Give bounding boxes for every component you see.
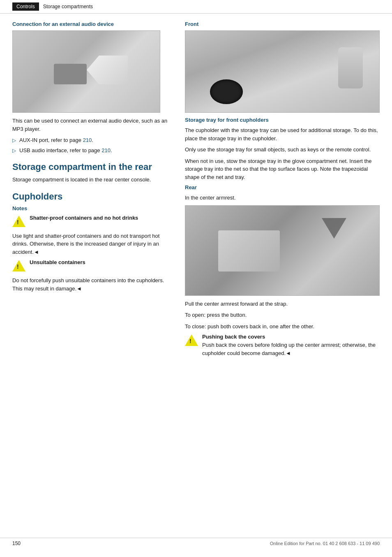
front-heading: Front [185,21,380,27]
storage-tray-body1: The cupholder with the storage tray can … [185,126,380,142]
warning-icon-2 [12,259,25,272]
storage-body: Storage compartment is located in the re… [12,176,173,184]
left-column: Connection for an external audio device … [12,21,173,361]
connection-body: This can be used to connect an external … [12,117,173,133]
storage-tray-heading: Storage tray for front cupholders [185,117,380,123]
bullet-usb-text: USB audio interface, refer to page 210. [19,146,112,155]
bullet1-link[interactable]: 210 [83,137,92,143]
right-column: Front Storage tray for front cupholders … [185,21,380,361]
warning1-title: Shatter-proof containers and no hot drin… [30,215,138,221]
header-controls-label: Controls [12,2,39,11]
bullet2-link[interactable]: 210 [101,147,111,153]
bullet-arrow-2: ▷ [12,147,16,154]
warning1-body: Use light and shatter-proof containers a… [12,232,173,256]
warning2-content: Unsuitable containers [30,259,85,267]
warning2-title: Unsuitable containers [30,259,85,265]
warning-box-2: Unsuitable containers [12,259,173,272]
page-number: 150 [12,541,21,546]
cupholders-heading: Cupholders [12,191,173,202]
warning-triangle-1 [12,216,25,227]
main-content: Connection for an external audio device … [0,14,392,369]
warning3-content: Pushing back the covers Push back the co… [202,334,380,357]
storage-tray-body3: When not in use, stow the storage tray i… [185,157,380,181]
bullet-arrow-1: ▷ [12,137,16,144]
rear-heading: Rear [185,184,380,190]
warning-triangle-3 [185,334,198,346]
warning3-title: Pushing back the covers [202,334,380,340]
footer-text: Online Edition for Part no. 01 40 2 608 … [270,541,380,546]
notes-heading: Notes [12,205,173,211]
header-section-label: Storage compartments [39,2,97,11]
warning-box-3: Pushing back the covers Push back the co… [185,334,380,357]
bullet-aux: ▷ AUX-IN port, refer to page 210. [12,136,173,144]
header: Controls Storage compartments [0,0,392,14]
front-cupholder-image [185,30,380,113]
bullet-usb: ▷ USB audio interface, refer to page 210… [12,146,173,155]
storage-heading: Storage compartment in the rear [12,162,173,172]
warning-triangle-2 [12,260,25,272]
warning3-body: Push back the covers before folding up t… [202,341,380,357]
rear-body3: To open: press the button. [185,311,380,319]
footer: 150 Online Edition for Part no. 01 40 2 … [0,538,392,549]
page: Controls Storage compartments Connection… [0,0,392,557]
warning-box-1: Shatter-proof containers and no hot drin… [12,215,173,228]
warning-icon-1 [12,215,25,228]
connection-heading: Connection for an external audio device [12,21,173,27]
bullet-aux-text: AUX-IN port, refer to page 210. [19,136,93,144]
rear-body1: In the center armrest. [185,194,380,202]
warning2-body: Do not forcefully push unsuitable contai… [12,276,173,292]
rear-body2: Pull the center armrest forward at the s… [185,300,380,308]
storage-tray-body2: Only use the storage tray for small obje… [185,146,380,154]
warning-icon-3 [185,334,198,347]
rear-cupholder-image [185,205,380,296]
rear-body4: To close: push both covers back in, one … [185,323,380,331]
warning1-content: Shatter-proof containers and no hot drin… [30,215,138,222]
aux-connection-image [12,30,160,113]
